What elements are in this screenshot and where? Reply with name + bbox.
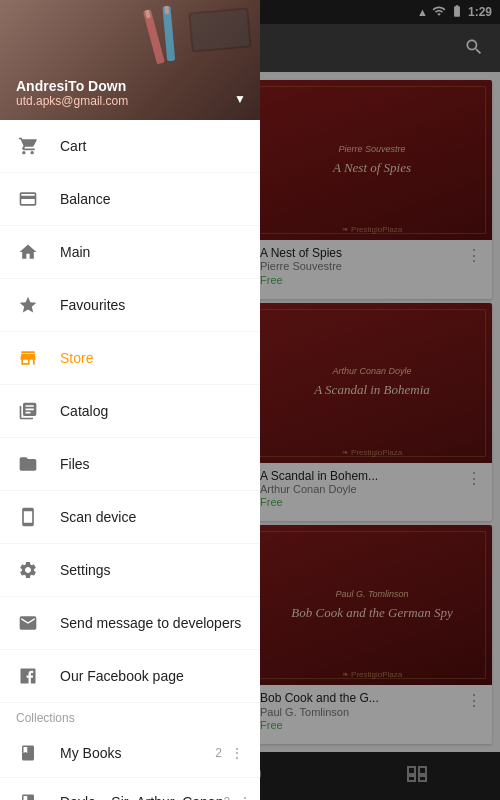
message-label: Send message to developers xyxy=(60,615,244,631)
home-icon xyxy=(16,240,40,264)
facebook-label: Our Facebook page xyxy=(60,668,244,684)
svg-rect-10 xyxy=(191,10,250,51)
settings-icon xyxy=(16,558,40,582)
my-books-count: 2 xyxy=(215,746,222,760)
collection-book-icon-2 xyxy=(16,790,40,800)
sidebar-item-my-books[interactable]: My Books 2 ⋮ xyxy=(0,729,260,778)
store-icon xyxy=(16,346,40,370)
sidebar-item-files[interactable]: Files xyxy=(0,438,260,491)
drawer-menu: Cart Balance Main Favourites xyxy=(0,120,260,800)
my-books-label: My Books xyxy=(60,745,215,761)
sidebar-item-cart[interactable]: Cart xyxy=(0,120,260,173)
message-icon xyxy=(16,611,40,635)
sidebar-item-facebook[interactable]: Our Facebook page xyxy=(0,650,260,703)
scan-label: Scan device xyxy=(60,509,244,525)
sidebar-item-message[interactable]: Send message to developers xyxy=(0,597,260,650)
doyle-count: 2 xyxy=(223,795,230,800)
sidebar-item-doyle[interactable]: Doyle__Sir_Arthur_Conan 2 ⋮ xyxy=(0,778,260,800)
cart-icon xyxy=(16,134,40,158)
main-label: Main xyxy=(60,244,244,260)
files-icon xyxy=(16,452,40,476)
drawer-header: AndresiTo Down utd.apks@gmail.com ▼ xyxy=(0,0,260,120)
settings-label: Settings xyxy=(60,562,244,578)
favourites-label: Favourites xyxy=(60,297,244,313)
user-email: utd.apks@gmail.com xyxy=(16,94,128,108)
files-label: Files xyxy=(60,456,244,472)
svg-rect-7 xyxy=(162,6,175,61)
navigation-drawer: AndresiTo Down utd.apks@gmail.com ▼ Cart… xyxy=(0,0,260,800)
user-info: AndresiTo Down utd.apks@gmail.com xyxy=(16,78,128,108)
svg-rect-8 xyxy=(164,6,169,14)
collections-header: Collections xyxy=(0,703,260,729)
collection-book-icon xyxy=(16,741,40,765)
balance-icon xyxy=(16,187,40,211)
sidebar-item-catalog[interactable]: Catalog xyxy=(0,385,260,438)
header-art xyxy=(140,0,260,80)
my-books-more-button[interactable]: ⋮ xyxy=(230,745,244,761)
sidebar-item-store[interactable]: Store xyxy=(0,332,260,385)
star-icon xyxy=(16,293,40,317)
svg-rect-5 xyxy=(143,9,165,64)
sidebar-item-settings[interactable]: Settings xyxy=(0,544,260,597)
store-label: Store xyxy=(60,350,244,366)
sidebar-item-balance[interactable]: Balance xyxy=(0,173,260,226)
cart-label: Cart xyxy=(60,138,244,154)
balance-label: Balance xyxy=(60,191,244,207)
sidebar-item-main[interactable]: Main xyxy=(0,226,260,279)
facebook-icon xyxy=(16,664,40,688)
sidebar-item-scan[interactable]: Scan device xyxy=(0,491,260,544)
scan-icon xyxy=(16,505,40,529)
doyle-label: Doyle__Sir_Arthur_Conan xyxy=(60,794,223,800)
user-name: AndresiTo Down xyxy=(16,78,128,94)
doyle-more-button[interactable]: ⋮ xyxy=(238,794,252,800)
catalog-icon xyxy=(16,399,40,423)
catalog-label: Catalog xyxy=(60,403,244,419)
account-arrow-icon[interactable]: ▼ xyxy=(234,92,246,106)
sidebar-item-favourites[interactable]: Favourites xyxy=(0,279,260,332)
